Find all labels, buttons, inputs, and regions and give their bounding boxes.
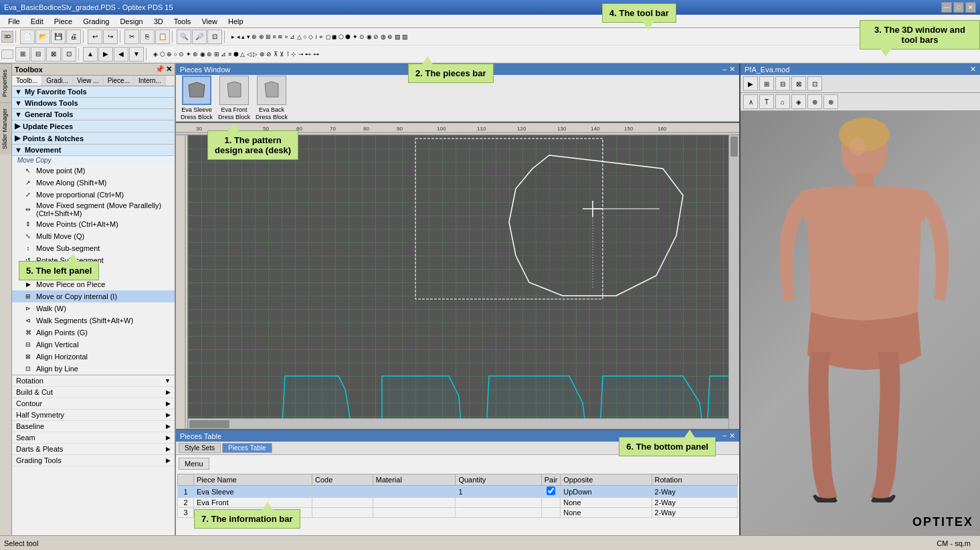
tb2-3[interactable]: ⊠ <box>46 47 61 62</box>
tb-print[interactable]: 🖨 <box>66 29 81 44</box>
tb2-7[interactable]: ◀ <box>114 47 128 62</box>
section-grading-tools[interactable]: Grading Tools ▶ <box>12 455 175 466</box>
tool-move-points[interactable]: ⇕ Move Points (Ctrl+Alt+M) <box>12 218 175 230</box>
tb2-2[interactable]: ⊟ <box>31 47 45 62</box>
menu-view[interactable]: View <box>196 16 223 27</box>
tab-gradi[interactable]: Gradi... <box>42 76 73 86</box>
design-area[interactable]: 30 40 50 60 70 80 90 100 110 120 130 140 <box>176 123 739 429</box>
tool-walk-segments[interactable]: ⊲ Walk Segments (Shift+Alt+W) <box>12 314 175 327</box>
piece-eva-sleeve[interactable]: Eva SleeveDress Block <box>180 76 213 121</box>
piece-eva-front[interactable]: Eva FrontDress Block <box>217 76 251 121</box>
section-my-favorite-tools[interactable]: ▼ My Favorite Tools <box>12 86 175 98</box>
bottom-panel-pin[interactable]: − <box>722 432 726 440</box>
menu-piece[interactable]: Piece <box>49 16 78 27</box>
model-tb2-1[interactable]: ∧ <box>743 94 758 109</box>
tb-copy[interactable]: ⎘ <box>140 29 155 44</box>
menu-file[interactable]: File <box>3 16 25 27</box>
model-tb-4[interactable]: ⊠ <box>791 76 806 91</box>
section-half-symmetry[interactable]: Half Symmetry ▶ <box>12 409 175 421</box>
3d-tab[interactable]: 3D <box>1 31 13 43</box>
slider-manager-tab[interactable]: Slider Manager <box>0 102 11 155</box>
canvas-content[interactable] <box>188 135 739 429</box>
model-tb2-5[interactable]: ⊗ <box>823 94 838 109</box>
tab-pieces-table[interactable]: Pieces Table <box>222 443 272 453</box>
pieces-window-close[interactable]: ✕ <box>729 65 735 74</box>
tool-align-by-line[interactable]: ⊡ Align by Line <box>12 363 175 375</box>
menu-tools[interactable]: Tools <box>169 16 197 27</box>
toolbox-pin[interactable]: 📌 <box>155 65 165 74</box>
section-windows-tools[interactable]: ▼ Windows Tools <box>12 98 175 109</box>
bottom-panel-close[interactable]: ✕ <box>729 432 735 440</box>
model-tb2-4[interactable]: ⊕ <box>807 94 822 109</box>
section-contour[interactable]: Contour ▶ <box>12 398 175 409</box>
model-tb-2[interactable]: ⊞ <box>759 76 774 91</box>
tb-open[interactable]: 📂 <box>35 29 50 44</box>
table-row[interactable]: 2 Eva Front None 2-Way <box>178 498 738 508</box>
tool-move-prop[interactable]: ⤢ Move proportional (Ctrl+M) <box>12 189 175 201</box>
model-tb2-2[interactable]: ⌂ <box>775 94 790 109</box>
section-seam[interactable]: Seam ▶ <box>12 432 175 444</box>
tool-align-horizontal[interactable]: ⊠ Align Horizontal <box>12 351 175 363</box>
section-points-notches[interactable]: ▶ Points & Notches <box>12 132 175 145</box>
tb-new[interactable]: 📄 <box>20 29 35 44</box>
tool-multi-move[interactable]: ⤡ Multi Move (Q) <box>12 230 175 242</box>
row1-pair-checkbox[interactable] <box>547 486 555 495</box>
menu-help[interactable]: Help <box>223 16 249 27</box>
section-baseline[interactable]: Baseline ▶ <box>12 421 175 432</box>
section-rotation[interactable]: Rotation ▼ <box>12 375 175 387</box>
menu-design[interactable]: Design <box>114 16 148 27</box>
section-darts-pleats[interactable]: Darts & Pleats ▶ <box>12 444 175 455</box>
tab-intern[interactable]: Intern... <box>134 76 166 86</box>
model-tb-5[interactable]: ⊡ <box>807 76 822 91</box>
pieces-window-pin[interactable]: − <box>722 66 726 74</box>
tool-walk[interactable]: ⊳ Walk (W) <box>12 302 175 314</box>
tool-move-subseg[interactable]: ↕ Move Sub-segment <box>12 242 175 254</box>
tab-style-sets[interactable]: Style Sets <box>179 443 221 453</box>
close-button[interactable]: ✕ <box>965 2 976 13</box>
tab-piece[interactable]: Piece... <box>104 76 134 86</box>
table-row[interactable]: 3 Eva Back None 2-Way <box>178 508 738 518</box>
menu-grading[interactable]: Grading <box>78 16 114 27</box>
design-hscroll[interactable] <box>188 418 728 429</box>
right-panel-close[interactable]: ✕ <box>970 65 976 74</box>
tb2-6[interactable]: ▶ <box>98 47 113 62</box>
tool-move-piece[interactable]: ▷ Move Piece <box>12 266 175 278</box>
section-update-pieces[interactable]: ▶ Update Pieces <box>12 120 175 132</box>
tab-view[interactable]: View ... <box>73 76 104 86</box>
tool-move-along[interactable]: ↗ Move Along (Shift+M) <box>12 177 175 189</box>
tool-move-copy-internal[interactable]: ⊞ Move or Copy internal (I) <box>12 290 175 302</box>
section-build-cut[interactable]: Build & Cut ▶ <box>12 387 175 398</box>
table-menu-button[interactable]: Menu <box>179 458 209 470</box>
section-general-tools[interactable]: ▼ General Tools <box>12 109 175 120</box>
tb-save[interactable]: 💾 <box>51 29 66 44</box>
tb2-8[interactable]: ▼ <box>129 47 144 62</box>
model-tb-3[interactable]: ⊟ <box>775 76 790 91</box>
properties-tab[interactable]: Properties <box>0 64 11 102</box>
tb-cut[interactable]: ✂ <box>124 29 139 44</box>
table-row[interactable]: 1 Eva Sleeve 1 UpDown 2-Way <box>178 486 738 498</box>
menu-edit[interactable]: Edit <box>25 16 49 27</box>
model-tb-1[interactable]: ▶ <box>743 76 758 91</box>
design-vscroll[interactable] <box>728 135 739 429</box>
model-tb2-3[interactable]: ◈ <box>791 94 806 109</box>
toolbox-close[interactable]: ✕ <box>166 65 172 74</box>
tb2-5[interactable]: ▲ <box>83 47 98 62</box>
maximize-button[interactable]: □ <box>953 2 964 13</box>
tool-align-points[interactable]: ⌘ Align Points (G) <box>12 327 175 339</box>
tb-undo[interactable]: ↩ <box>88 29 102 44</box>
tb2-4[interactable]: ⊡ <box>62 47 76 62</box>
tool-rotate-subseg[interactable]: ↺ Rotate Sub-segment <box>12 254 175 266</box>
menu-3d[interactable]: 3D <box>149 16 169 27</box>
tb-paste[interactable]: 📋 <box>155 29 170 44</box>
tb-fit[interactable]: ⊡ <box>207 29 222 44</box>
tool-move-piece-on-piece[interactable]: ▶ Move Piece on Piece <box>12 278 175 290</box>
model-tb2-T[interactable]: T <box>759 94 774 109</box>
piece-eva-back[interactable]: Eva BackDress Block <box>255 76 288 121</box>
tab-toolb[interactable]: Toolb... <box>12 76 42 86</box>
tb2-1[interactable]: ⊞ <box>15 47 30 62</box>
section-movement[interactable]: ▼ Movement <box>12 145 175 156</box>
tool-move-point[interactable]: ↖ Move point (M) <box>12 165 175 177</box>
tool-move-fixed[interactable]: ⇔ Move Fixed segment (Move Parallelly) (… <box>12 201 175 218</box>
minimize-button[interactable]: — <box>941 2 952 13</box>
tb-zoom-in[interactable]: 🔍 <box>177 29 191 44</box>
